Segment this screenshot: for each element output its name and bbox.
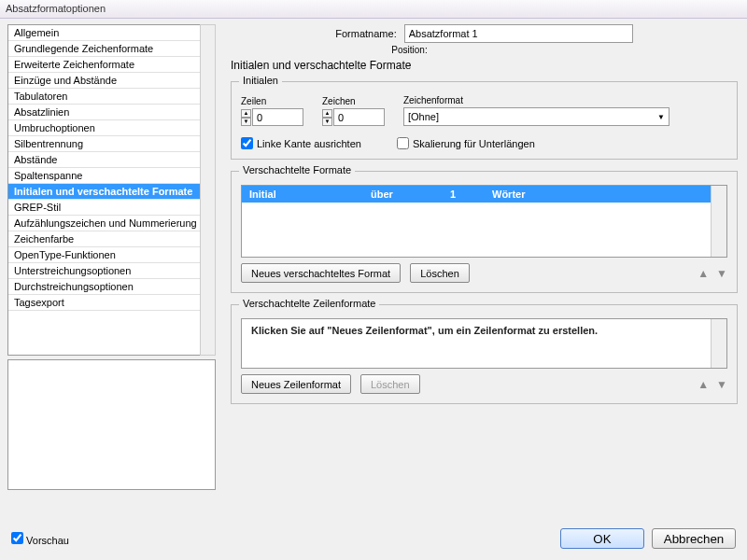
vorschau-checkbox[interactable] (11, 532, 23, 544)
sidebar-item-opentype[interactable]: OpenType-Funktionen (8, 247, 215, 263)
section-title: Initialen und verschachtelte Formate (231, 59, 738, 72)
window-title: Absatzformatoptionen (6, 3, 106, 14)
sidebar-item-silbentrennung[interactable]: Silbentrennung (8, 136, 215, 152)
zeilen-input[interactable] (252, 108, 303, 126)
skalierung-checkbox[interactable] (397, 137, 409, 149)
window-titlebar: Absatzformatoptionen (0, 0, 747, 19)
sidebar-item-grundlegende[interactable]: Grundlegende Zeichenformate (8, 41, 215, 57)
nested-lines-listbox[interactable]: Klicken Sie auf "Neues Zeilenformat", um… (241, 318, 727, 369)
nested-scrollbar[interactable] (711, 186, 726, 257)
skalierung-check[interactable]: Skalierung für Unterlängen (397, 137, 535, 149)
zeichenformat-combo[interactable]: [Ohne] ▼ (403, 107, 669, 126)
cancel-button[interactable]: Abbrechen (652, 528, 736, 549)
new-nested-button[interactable]: Neues verschachteltes Format (241, 263, 401, 283)
sidebar-item-tabulatoren[interactable]: Tabulatoren (8, 89, 215, 105)
zeichen-label: Zeichen (322, 96, 385, 106)
sidebar-item-umbruch[interactable]: Umbruchoptionen (8, 120, 215, 136)
sidebar-item-erweiterte[interactable]: Erweiterte Zeichenformate (8, 57, 215, 73)
sidebar-item-tagsexport[interactable]: Tagsexport (8, 295, 215, 311)
delete-nested-button[interactable]: Löschen (410, 263, 470, 283)
chevron-down-icon[interactable]: ▼ (322, 118, 332, 126)
zeilen-spinner[interactable]: ▲▼ (241, 109, 251, 126)
sidebar-item-einzuege[interactable]: Einzüge und Abstände (8, 73, 215, 89)
sidebar-item-spaltenspanne[interactable]: Spaltenspanne (8, 168, 215, 184)
zeichenformat-value: [Ohne] (408, 111, 439, 122)
sidebar: Allgemein Grundlegende Zeichenformate Er… (0, 19, 218, 523)
zeichen-spinner[interactable]: ▲▼ (322, 109, 332, 126)
move-up-icon[interactable]: ▲ (698, 267, 709, 280)
linke-kante-check[interactable]: Linke Kante ausrichten (241, 137, 361, 149)
zeichen-input[interactable] (333, 108, 385, 126)
dialog-footer: Vorschau OK Abbrechen (0, 523, 747, 554)
chevron-down-icon[interactable]: ▼ (241, 118, 251, 126)
nested-listbox[interactable]: Initial über 1 Wörter (241, 185, 727, 258)
new-lineformat-button[interactable]: Neues Zeilenformat (241, 374, 351, 394)
move-down-icon[interactable]: ▼ (716, 378, 727, 391)
sidebar-item-aufzaehlung[interactable]: Aufzählungszeichen und Nummerierung (8, 216, 215, 231)
chevron-up-icon[interactable]: ▲ (322, 109, 332, 118)
nested-lines-legend: Verschachtelte Zeilenformate (239, 298, 379, 309)
nested-legend: Verschachtelte Formate (239, 164, 355, 175)
initialen-legend: Initialen (239, 75, 282, 86)
sidebar-scrollbar[interactable] (200, 24, 216, 356)
initialen-group: Initialen Zeilen ▲▼ Zeichen ▲▼ (231, 81, 738, 160)
linke-kante-checkbox[interactable] (241, 137, 253, 149)
chevron-up-icon[interactable]: ▲ (241, 109, 251, 118)
sidebar-item-zeichenfarbe[interactable]: Zeichenfarbe (8, 231, 215, 247)
zeichenformat-label: Zeichenformat (403, 95, 669, 105)
nested-lines-hint: Klicken Sie auf "Neues Zeilenformat", um… (242, 319, 726, 342)
sidebar-item-absatzlinien[interactable]: Absatzlinien (8, 105, 215, 120)
nested-row[interactable]: Initial über 1 Wörter (242, 186, 726, 203)
move-down-icon[interactable]: ▼ (716, 267, 727, 280)
main-panel: Formatname: Position: Initialen und vers… (218, 19, 747, 523)
preview-box (7, 359, 216, 490)
sidebar-item-grep[interactable]: GREP-Stil (8, 200, 215, 216)
sidebar-item-allgemein[interactable]: Allgemein (8, 25, 215, 41)
nested-group: Verschachtelte Formate Initial über 1 Wö… (231, 171, 738, 293)
sidebar-item-abstaende[interactable]: Abstände (8, 152, 215, 168)
ok-button[interactable]: OK (560, 528, 644, 549)
category-list[interactable]: Allgemein Grundlegende Zeichenformate Er… (7, 24, 216, 356)
delete-lineformat-button: Löschen (360, 374, 420, 394)
sidebar-item-unterstreichung[interactable]: Unterstreichungsoptionen (8, 263, 215, 279)
formatname-input[interactable] (404, 24, 633, 43)
sidebar-item-initialen[interactable]: Initialen und verschachtelte Formate (8, 184, 215, 200)
move-up-icon[interactable]: ▲ (698, 378, 709, 391)
sidebar-item-durchstreichung[interactable]: Durchstreichungsoptionen (8, 279, 215, 295)
formatname-label: Formatname: (335, 28, 396, 39)
vorschau-check[interactable]: Vorschau (11, 532, 69, 546)
nested-lines-group: Verschachtelte Zeilenformate Klicken Sie… (231, 304, 738, 404)
nested-lines-scrollbar[interactable] (711, 319, 726, 368)
chevron-down-icon: ▼ (657, 113, 665, 121)
zeilen-label: Zeilen (241, 96, 303, 106)
